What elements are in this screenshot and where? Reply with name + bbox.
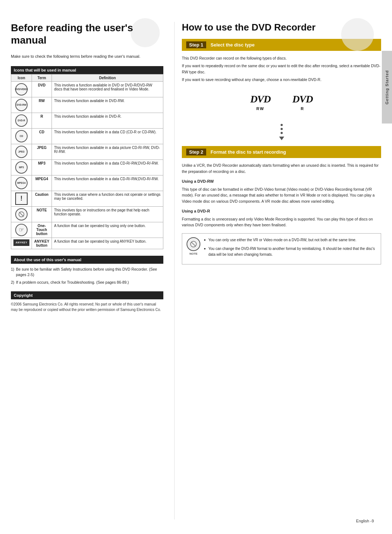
- definition-cell: This involves a case where a function do…: [52, 191, 163, 206]
- definition-cell: This involves function available in DVD-…: [52, 97, 163, 113]
- step2-desc: Unlike a VCR, the DVD Recorder automatic…: [182, 162, 381, 228]
- using-dvdr-text: Formatting a disc is unnecessary and onl…: [182, 216, 381, 228]
- right-title-area: How to use the DVD Recorder: [182, 22, 381, 33]
- note-content: You can only use either the VR or Video …: [204, 237, 376, 260]
- sidebar-tab-label: Getting Started: [385, 70, 389, 104]
- dvd-r-text: DVD: [293, 93, 313, 105]
- icon-circle: JPEG: [15, 146, 28, 158]
- copyright-header: Copyright: [11, 291, 163, 299]
- term-cell: One-Touch button: [32, 222, 52, 238]
- dvd-rw-logo: DVD RW: [250, 93, 270, 111]
- term-cell: JPEG: [32, 144, 52, 159]
- dvd-r-logo: DVD R: [293, 93, 313, 111]
- definition-cell: This involves function available in DVD-…: [52, 113, 163, 128]
- definition-cell: This involves function available in a da…: [52, 128, 163, 144]
- col-term: Term: [32, 74, 52, 81]
- definition-cell: This involves function available in a da…: [52, 175, 163, 191]
- term-cell: DVD: [32, 81, 52, 97]
- note-list: You can only use either the VR or Video …: [204, 237, 376, 258]
- table-row: !CautionThis involves a case where a fun…: [11, 191, 163, 206]
- icon-cell: MPEG4: [11, 175, 32, 191]
- table-row: DVD-RRThis involves function available i…: [11, 113, 163, 128]
- col-definition: Definition: [52, 74, 163, 81]
- term-cell: MPEG4: [32, 175, 52, 191]
- icon-cell: JPEG: [11, 144, 32, 159]
- icon-cell: ANYKEY: [11, 238, 32, 249]
- list-item: You can change the DVD-RW format to anot…: [204, 246, 376, 258]
- table-row: CDCDThis involves function available in …: [11, 128, 163, 144]
- note-box: NOTE You can only use either the VR or V…: [182, 233, 381, 264]
- icon-cell: DVD/VIDEO: [11, 81, 32, 97]
- note-icon: [187, 237, 200, 251]
- step1-number: Step 1: [186, 41, 206, 48]
- step2-label: Format the disc to start recording: [211, 149, 286, 155]
- table-row: JPEGJPEGThis involves function available…: [11, 144, 163, 159]
- svg-line-1: [19, 212, 24, 217]
- copyright-section: Copyright ©2006 Samsung Electronics Co. …: [11, 291, 163, 312]
- icon-exclaim: !: [15, 193, 28, 205]
- dot1: [281, 124, 283, 126]
- svg-line-3: [191, 242, 196, 246]
- icon-circle: DVD/VIDEO: [15, 83, 28, 96]
- icon-cell: MP3: [11, 159, 32, 175]
- intro-text: Make sure to check the following terms b…: [11, 53, 163, 60]
- icon-circle: DVD-RW: [15, 99, 28, 111]
- icon-cell: DVD-RW: [11, 97, 32, 113]
- icons-section-header: Icons that will be used in manual: [11, 66, 163, 74]
- dvd-rw-text: DVD: [250, 93, 270, 105]
- term-cell: ANYKEY button: [32, 238, 52, 249]
- note-label: NOTE: [189, 252, 197, 256]
- icons-table: Icon Term Definition DVD/VIDEODVDThis in…: [11, 74, 163, 249]
- term-cell: MP3: [32, 159, 52, 175]
- dots-separator: [182, 118, 381, 146]
- definition-cell: This involves function available in a da…: [52, 159, 163, 175]
- table-row: ☞One-Touch buttonA function that can be …: [11, 222, 163, 238]
- sidebar-tab: Getting Started: [382, 51, 392, 124]
- icon-circle: DVD-R: [15, 114, 28, 127]
- icons-section: Icons that will be used in manual Icon T…: [11, 66, 163, 249]
- step1-label: Select the disc type: [211, 42, 254, 48]
- step1-desc1: This DVD Recorder can record on the foll…: [182, 55, 381, 61]
- icon-circle: CD: [15, 130, 28, 142]
- using-dvdrw-text: This type of disc can be formatted in ei…: [182, 186, 381, 205]
- icon-cell: ☞: [11, 222, 32, 238]
- icon-hand: ☞: [15, 224, 28, 236]
- step1-desc2: If you want to repeatedly record on the …: [182, 63, 381, 75]
- definition-cell: This involves tips or instructions on th…: [52, 206, 163, 222]
- dvd-logos-container: DVD RW DVD R: [182, 90, 381, 114]
- left-title-area: Before reading the user's manual: [11, 22, 163, 46]
- icon-circle: MP3: [15, 161, 28, 174]
- table-row: MP3MP3This involves function available i…: [11, 159, 163, 175]
- right-column: How to use the DVD Recorder Step 1 Selec…: [174, 22, 381, 519]
- footer-text: English -9: [356, 519, 374, 523]
- definition-cell: A function that can be operated by using…: [52, 238, 163, 249]
- left-column: Before reading the user's manual Make su…: [11, 22, 174, 519]
- left-main-title: Before reading the user's manual: [11, 22, 163, 46]
- dot3: [281, 132, 283, 134]
- list-item: If a problem occurs, check for Troublesh…: [11, 280, 163, 286]
- icon-cell: !: [11, 191, 32, 206]
- icon-anykey: ANYKEY: [13, 239, 29, 246]
- definition-cell: This involves function available in a da…: [52, 144, 163, 159]
- term-cell: RW: [32, 97, 52, 113]
- step1-desc: This DVD Recorder can record on the foll…: [182, 55, 381, 82]
- about-section: About the use of this user's manual Be s…: [11, 256, 163, 286]
- icon-cell: CD: [11, 128, 32, 144]
- icon-cell: DVD-R: [11, 113, 32, 128]
- table-row: DVD/VIDEODVDThis involves a function ava…: [11, 81, 163, 97]
- definition-cell: A function that can be operated by using…: [52, 222, 163, 238]
- term-cell: Caution: [32, 191, 52, 206]
- table-row: NOTEThis involves tips or instructions o…: [11, 206, 163, 222]
- note-icon-area: NOTE: [187, 237, 200, 256]
- step2-description: Unlike a VCR, the DVD Recorder automatic…: [182, 162, 381, 175]
- table-row: MPEG4MPEG4This involves function availab…: [11, 175, 163, 191]
- dvd-rw-label: RW: [256, 106, 264, 111]
- table-row: DVD-RWRWThis involves function available…: [11, 97, 163, 113]
- term-cell: NOTE: [32, 206, 52, 222]
- about-section-header: About the use of this user's manual: [11, 256, 163, 264]
- term-cell: CD: [32, 128, 52, 144]
- arrow-down: [279, 137, 284, 140]
- using-dvdr-title: Using a DVD-R: [182, 208, 381, 215]
- step2-number: Step 2: [186, 149, 206, 155]
- list-item: Be sure to be familiar with Safety Instr…: [11, 267, 163, 278]
